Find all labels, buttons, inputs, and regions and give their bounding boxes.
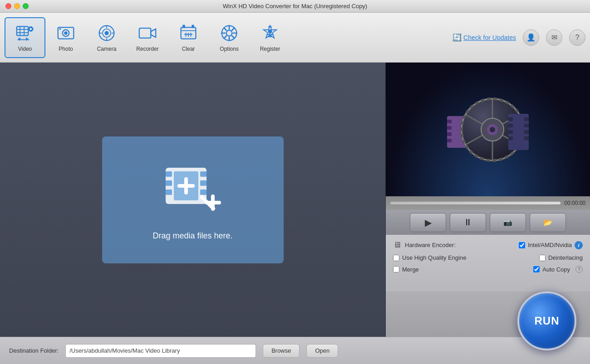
high-quality-engine-label[interactable]: Use High Quality Engine: [393, 254, 467, 261]
user-button[interactable]: 👤: [523, 29, 539, 46]
svg-rect-43: [166, 189, 172, 195]
svg-rect-79: [524, 136, 529, 140]
film-reel-graphic: [447, 89, 529, 170]
folder-button[interactable]: 📂: [530, 213, 566, 232]
preview-background: [386, 63, 590, 196]
svg-rect-56: [447, 132, 452, 136]
minimize-button[interactable]: [14, 3, 20, 9]
svg-rect-22: [139, 28, 151, 38]
help-icon: ?: [575, 34, 580, 42]
playback-controls: ▶ ⏸ 📷 📂: [386, 210, 590, 235]
hardware-encoder-right: Intel/AMD/Nvidia i: [519, 241, 583, 249]
svg-rect-45: [200, 180, 206, 186]
register-label: Register: [260, 46, 280, 52]
user-icon: 👤: [526, 33, 536, 42]
svg-point-13: [64, 31, 67, 34]
destination-path-input[interactable]: [65, 344, 256, 358]
intel-amd-nvidia-checkbox-label[interactable]: Intel/AMD/Nvidia: [519, 242, 572, 248]
email-button[interactable]: ✉: [546, 29, 562, 46]
svg-rect-42: [166, 180, 172, 186]
toolbar-item-register[interactable]: Register: [250, 17, 290, 58]
bottom-bar: Destination Folder: Browse Open: [0, 337, 590, 364]
check-updates-link[interactable]: 🔄 Check for Updates: [452, 33, 516, 42]
svg-rect-57: [447, 139, 452, 142]
right-panel: 00:00:00 ▶ ⏸ 📷 📂 🖥 Hardware Encoder:: [386, 63, 590, 337]
hardware-encoder-row: 🖥 Hardware Encoder: Intel/AMD/Nvidia i: [393, 240, 583, 250]
deinterlacing-text: Deinterlacing: [548, 254, 583, 261]
left-panel: Drag media files here.: [0, 63, 386, 337]
toolbar-item-camera[interactable]: Camera: [86, 17, 127, 58]
title-bar: WinX HD Video Converter for Mac (Unregis…: [0, 0, 590, 13]
options-label: Options: [220, 46, 238, 52]
clear-label: Clear: [182, 46, 195, 52]
toolbar-item-clear[interactable]: Clear: [168, 17, 209, 58]
email-icon: ✉: [551, 33, 557, 42]
svg-rect-82: [508, 130, 513, 134]
toolbar-item-options[interactable]: Options: [209, 17, 250, 58]
close-button[interactable]: [5, 3, 11, 9]
play-button[interactable]: ▶: [410, 213, 446, 232]
refresh-icon: 🔄: [452, 33, 462, 42]
toolbar-item-recorder[interactable]: Recorder: [127, 17, 168, 58]
video-label: Video: [18, 46, 32, 52]
svg-rect-25: [182, 24, 185, 28]
svg-rect-26: [192, 24, 194, 28]
screenshot-button[interactable]: 📷: [490, 213, 526, 232]
open-button[interactable]: Open: [306, 344, 338, 358]
svg-rect-0: [17, 26, 28, 35]
svg-rect-81: [508, 124, 513, 127]
pause-icon: ⏸: [463, 217, 472, 228]
toolbar-item-photo[interactable]: Photo: [45, 17, 86, 58]
add-video-icon: [161, 159, 225, 222]
video-icon: [15, 23, 35, 43]
svg-line-33: [224, 28, 226, 30]
maximize-button[interactable]: [23, 3, 29, 9]
register-icon: [260, 23, 280, 43]
question-mark-badge[interactable]: ?: [575, 266, 583, 273]
svg-rect-38: [267, 34, 274, 35]
svg-line-34: [232, 36, 234, 38]
svg-point-17: [104, 31, 108, 35]
time-display: 00:00:00: [564, 200, 585, 206]
hardware-encoder-label: Hardware Encoder:: [405, 242, 456, 248]
svg-line-35: [232, 28, 234, 30]
destination-folder-label: Destination Folder:: [9, 347, 59, 354]
merge-checkbox[interactable]: [393, 266, 399, 272]
svg-rect-44: [200, 171, 206, 177]
camera-capture-icon: 📷: [503, 218, 512, 227]
help-button[interactable]: ?: [569, 29, 585, 46]
svg-line-36: [224, 36, 226, 38]
deinterlacing-checkbox[interactable]: [539, 255, 546, 261]
deinterlacing-label[interactable]: Deinterlacing: [539, 254, 583, 261]
merge-label[interactable]: Merge: [393, 266, 419, 273]
toolbar-right: 🔄 Check for Updates 👤 ✉ ?: [452, 29, 585, 46]
svg-rect-83: [508, 136, 513, 140]
svg-point-37: [268, 29, 272, 33]
svg-rect-55: [447, 126, 452, 130]
high-quality-engine-text: Use High Quality Engine: [402, 254, 467, 261]
svg-rect-80: [508, 117, 513, 121]
pause-button[interactable]: ⏸: [450, 213, 486, 232]
photo-icon: [56, 23, 76, 43]
high-quality-engine-checkbox[interactable]: [393, 255, 399, 261]
toolbar-item-video[interactable]: Video: [5, 17, 45, 58]
scrubber-track[interactable]: [390, 202, 560, 204]
quality-deinterlacing-row: Use High Quality Engine Deinterlacing: [393, 254, 583, 261]
main-content: Drag media files here.: [0, 63, 590, 337]
svg-point-14: [59, 28, 61, 30]
browse-button[interactable]: Browse: [263, 344, 300, 358]
camera-label: Camera: [97, 46, 117, 52]
run-button[interactable]: RUN: [517, 291, 576, 350]
drop-zone[interactable]: Drag media files here.: [102, 136, 284, 263]
options-panel: 🖥 Hardware Encoder: Intel/AMD/Nvidia i U…: [386, 235, 590, 291]
svg-rect-76: [524, 117, 529, 121]
info-badge[interactable]: i: [575, 241, 583, 249]
intel-amd-nvidia-checkbox[interactable]: [519, 242, 525, 248]
svg-rect-78: [524, 130, 529, 134]
clear-icon: [178, 23, 198, 43]
auto-copy-checkbox[interactable]: [533, 266, 540, 272]
auto-copy-label[interactable]: Auto Copy: [533, 266, 570, 273]
preview-area: [386, 63, 590, 196]
window-title: WinX HD Video Converter for Mac (Unregis…: [223, 3, 367, 10]
check-updates-text: Check for Updates: [463, 34, 516, 41]
